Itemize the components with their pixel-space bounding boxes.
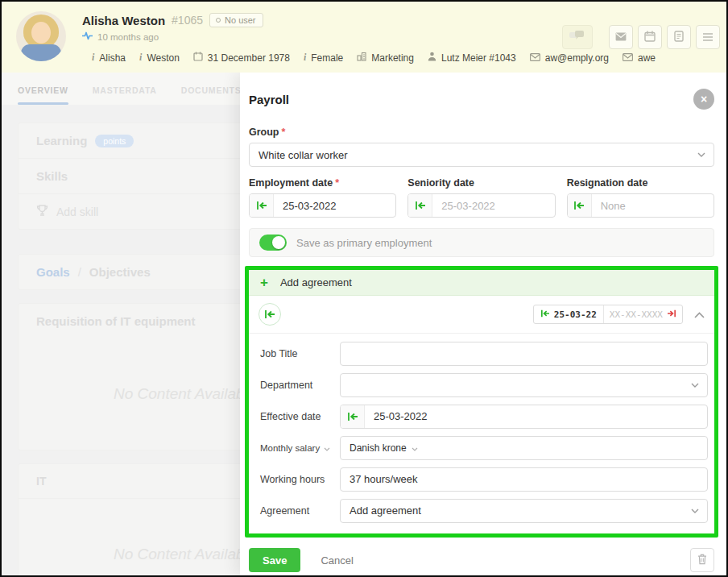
save-button[interactable]: Save (249, 548, 300, 572)
seniority-date-label: Seniority date (407, 177, 555, 189)
primary-employment-toggle[interactable] (259, 235, 287, 251)
detail-manager: Lutz Meier #1043 (428, 52, 516, 64)
mail-button[interactable] (609, 25, 633, 49)
job-title-label: Job Title (260, 348, 340, 359)
info-icon: i (92, 52, 94, 64)
chat-icon (569, 31, 585, 44)
delete-button[interactable] (690, 548, 714, 572)
seniority-date-input[interactable]: 25-03-2022 (407, 193, 555, 218)
primary-employment-label: Save as primary employment (296, 237, 432, 249)
employee-id: #1065 (172, 14, 203, 27)
agreement-section-highlighted: + Add agreement 25-03-22 XX-XX-XXXX (245, 266, 718, 538)
points-badge: points (95, 135, 134, 147)
detail-department: Marketing (357, 52, 414, 64)
detail-email: aw@emply.org (530, 52, 609, 64)
monthly-salary-row: Monthly salary Danish krone (249, 432, 714, 463)
period-start-button[interactable] (259, 303, 281, 326)
person-icon (428, 52, 436, 64)
avatar-face (31, 22, 51, 44)
department-select[interactable] (340, 373, 708, 397)
agreement-select-row: Agreement Add agreement (249, 495, 714, 526)
info-icon: i (304, 52, 306, 64)
info-icon: i (139, 52, 142, 64)
panel-footer: Save Cancel (249, 548, 714, 572)
toggle-knob (272, 236, 285, 249)
agreement-select[interactable]: Add agreement (340, 499, 708, 523)
avatar (16, 11, 66, 61)
agreement-label: Agreement (260, 505, 340, 517)
resignation-date-input[interactable]: None (567, 193, 714, 218)
trophy-icon (36, 205, 48, 218)
department-label: Department (260, 380, 340, 391)
chat-button[interactable] (562, 25, 593, 49)
payroll-panel: Payroll × Group* White collar worker Emp… (240, 73, 726, 575)
detail-first-name: i Alisha (92, 52, 126, 64)
resignation-date-field: Resignation date None (567, 177, 714, 218)
goals-link[interactable]: Goals (36, 265, 70, 279)
menu-button[interactable] (696, 25, 720, 49)
employee-details-row: i Alisha i Weston 31 December 1978 i Fem… (92, 52, 656, 64)
employee-name: Alisha Weston (82, 14, 165, 27)
plus-icon: + (260, 276, 268, 288)
employment-date-input[interactable]: 25-03-2022 (249, 193, 396, 218)
detail-birthdate: 31 December 1978 (193, 52, 290, 64)
monthly-salary-label-dropdown[interactable]: Monthly salary (260, 443, 340, 453)
date-start-icon (341, 405, 365, 428)
add-agreement-header[interactable]: + Add agreement (249, 270, 714, 296)
menu-icon (702, 31, 714, 44)
chevron-down-icon (324, 443, 330, 453)
no-user-badge: No user (209, 13, 263, 27)
notes-button[interactable] (667, 25, 691, 49)
salary-input-with-currency[interactable]: Danish krone (340, 436, 708, 460)
mail-icon (623, 52, 633, 64)
period-start-value: 25-03-22 (534, 309, 603, 320)
activity-pulse-icon (82, 31, 93, 42)
group-select[interactable]: White collar worker (249, 143, 714, 167)
agreement-fields: Job Title Department Effective date (249, 334, 714, 533)
calendar-icon (644, 31, 656, 44)
tab-masterdata[interactable]: MASTERDATA (93, 85, 157, 105)
user-status-icon (216, 18, 221, 23)
period-controls: 25-03-22 XX-XX-XXXX (533, 305, 706, 324)
agreement-period-row: 25-03-22 XX-XX-XXXX (249, 296, 714, 334)
date-start-icon (250, 194, 274, 217)
calendar-button[interactable] (638, 25, 662, 49)
working-hours-label: Working hours (260, 474, 340, 485)
panel-header: Payroll × (249, 89, 714, 110)
effective-date-label: Effective date (260, 411, 340, 422)
collapse-agreement-button[interactable] (693, 307, 706, 322)
required-asterisk: * (282, 127, 286, 138)
effective-date-row: Effective date 25-03-2022 (249, 401, 714, 432)
last-activity-text: 10 months ago (97, 32, 159, 42)
working-hours-row: Working hours (249, 463, 714, 495)
chevron-down-icon (412, 442, 418, 454)
header-actions (562, 25, 720, 49)
period-range-picker[interactable]: 25-03-22 XX-XX-XXXX (533, 305, 683, 324)
close-button[interactable]: × (693, 89, 714, 110)
profile-header: Alisha Weston #1065 No user 10 months ag… (2, 2, 726, 73)
effective-date-input[interactable]: 25-03-2022 (340, 405, 708, 429)
job-title-input[interactable] (340, 342, 708, 366)
chevron-up-icon (694, 309, 705, 321)
date-start-icon (408, 194, 432, 217)
tab-overview[interactable]: OVERVIEW (18, 85, 68, 105)
dates-row: Employment date* 25-03-2022 Seniority da… (249, 177, 714, 218)
goals-separator: / (78, 265, 81, 279)
mail-icon (615, 31, 627, 44)
currency-dropdown[interactable]: Danish krone (350, 442, 407, 454)
working-hours-input[interactable] (340, 467, 708, 492)
resignation-date-label: Resignation date (567, 177, 714, 189)
seniority-date-field: Seniority date 25-03-2022 (407, 177, 555, 218)
department-row: Department (249, 369, 714, 401)
required-asterisk: * (335, 177, 339, 189)
calendar-icon (193, 52, 203, 64)
add-agreement-label: Add agreement (280, 276, 352, 288)
cancel-link[interactable]: Cancel (321, 554, 353, 567)
group-field: Group* White collar worker (249, 127, 714, 167)
objectives-link[interactable]: Objectives (89, 265, 151, 279)
panel-title: Payroll (249, 93, 289, 106)
trash-icon (697, 554, 707, 567)
detail-gender: i Female (304, 52, 343, 64)
employment-date-label: Employment date* (249, 177, 396, 189)
date-end-icon (667, 309, 676, 320)
